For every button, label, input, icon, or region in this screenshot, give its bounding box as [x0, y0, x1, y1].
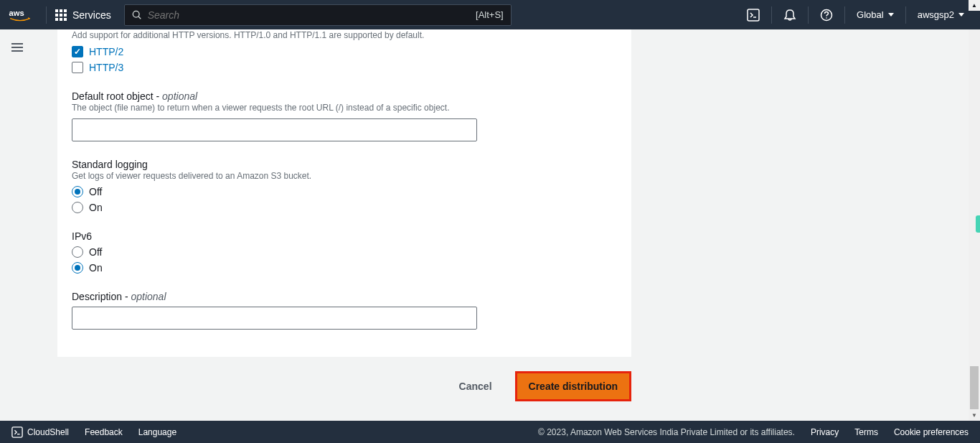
copyright-text: © 2023, Amazon Web Services India Privat… [538, 427, 795, 437]
root-object-input[interactable] [72, 118, 477, 141]
side-nav-toggle[interactable] [6, 37, 29, 57]
search-icon [132, 10, 142, 20]
feedback-link[interactable]: Feedback [85, 427, 123, 437]
logging-off-row[interactable]: Off [72, 186, 617, 197]
logging-off-radio[interactable] [72, 186, 83, 197]
cloudshell-icon [11, 426, 23, 438]
ipv6-off-label: Off [89, 246, 102, 258]
search-hint: [Alt+S] [476, 9, 504, 20]
logging-group: Standard logging Get logs of viewer requ… [72, 159, 617, 214]
root-object-label: Default root object - optional [72, 90, 617, 102]
privacy-link[interactable]: Privacy [811, 427, 839, 437]
grid-icon [55, 9, 67, 21]
http3-label: HTTP/3 [89, 62, 123, 73]
help-button[interactable] [813, 3, 840, 27]
search-box[interactable]: [Alt+S] [124, 4, 512, 26]
cloudshell-label: CloudShell [27, 427, 69, 437]
notifications-button[interactable] [776, 3, 804, 27]
action-buttons: Cancel Create distribution [57, 371, 631, 401]
http2-label: HTTP/2 [89, 46, 123, 57]
http-versions-help: Add support for additional HTTP versions… [72, 29, 617, 42]
divider [46, 6, 47, 24]
http-versions-group: Add support for additional HTTP versions… [72, 29, 617, 73]
aws-footer: CloudShell Feedback Language © 2023, Ama… [0, 421, 980, 443]
aws-header: aws Services [Alt+S] [0, 0, 980, 29]
divider [844, 6, 845, 24]
main-content: Add support for additional HTTP versions… [29, 29, 969, 421]
account-menu[interactable]: awsgsp2 [910, 5, 971, 24]
ipv6-on-label: On [89, 262, 103, 274]
description-label: Description - optional [72, 291, 617, 302]
hamburger-icon [11, 43, 23, 52]
logging-help: Get logs of viewer requests delivered to… [72, 170, 617, 182]
cookies-link[interactable]: Cookie preferences [894, 427, 969, 437]
root-object-help: The object (file name) to return when a … [72, 102, 617, 114]
chevron-down-icon [888, 13, 894, 17]
cloudshell-icon [747, 9, 760, 22]
account-label: awsgsp2 [918, 9, 954, 20]
create-distribution-button[interactable]: Create distribution [520, 376, 626, 396]
aws-logo[interactable]: aws [9, 8, 32, 22]
svg-line-2 [138, 17, 141, 19]
divider [905, 6, 906, 24]
cloudshell-footer-link[interactable]: CloudShell [11, 426, 69, 438]
settings-panel: Add support for additional HTTP versions… [57, 29, 631, 357]
ipv6-group: IPv6 Off On [72, 230, 617, 274]
terms-link[interactable]: Terms [854, 427, 878, 437]
logging-on-radio[interactable] [72, 202, 83, 213]
http3-checkbox[interactable] [72, 62, 83, 73]
services-menu-button[interactable]: Services [50, 5, 117, 25]
http2-checkbox-row[interactable]: HTTP/2 [72, 46, 617, 57]
language-link[interactable]: Language [138, 427, 176, 437]
logging-on-label: On [89, 202, 103, 213]
cancel-button[interactable]: Cancel [451, 375, 501, 398]
search-input[interactable] [148, 9, 476, 21]
ipv6-on-row[interactable]: On [72, 262, 617, 274]
scroll-down-arrow[interactable]: ▼ [969, 409, 980, 421]
http3-checkbox-row[interactable]: HTTP/3 [72, 62, 617, 73]
divider [771, 6, 772, 24]
create-button-highlight: Create distribution [515, 371, 631, 401]
help-icon [820, 9, 833, 22]
ipv6-label: IPv6 [72, 230, 617, 242]
scroll-up-arrow[interactable]: ▲ [969, 0, 980, 11]
ipv6-off-radio[interactable] [72, 246, 83, 258]
side-panel-handle[interactable] [976, 215, 980, 233]
region-selector[interactable]: Global [849, 5, 901, 24]
svg-point-6 [826, 17, 827, 19]
logging-off-label: Off [89, 186, 102, 197]
ipv6-on-radio[interactable] [72, 262, 83, 274]
scrollbar-thumb[interactable] [970, 366, 979, 409]
region-label: Global [857, 9, 884, 20]
http2-checkbox[interactable] [72, 46, 83, 57]
bell-icon [783, 9, 796, 22]
description-group: Description - optional [72, 291, 617, 330]
chevron-down-icon [958, 13, 964, 17]
svg-text:aws: aws [9, 9, 24, 17]
cloudshell-header-button[interactable] [740, 3, 767, 27]
svg-point-1 [133, 11, 139, 17]
divider [808, 6, 809, 24]
description-input[interactable] [72, 307, 477, 330]
logging-label: Standard logging [72, 159, 617, 170]
ipv6-off-row[interactable]: Off [72, 246, 617, 258]
logging-on-row[interactable]: On [72, 202, 617, 213]
root-object-group: Default root object - optional The objec… [72, 90, 617, 141]
services-label: Services [72, 9, 111, 21]
